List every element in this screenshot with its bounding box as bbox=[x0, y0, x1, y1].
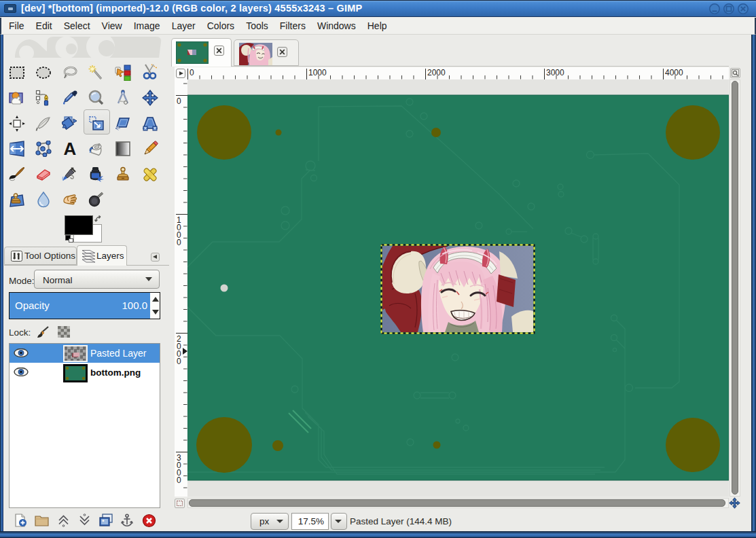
svg-text:0: 0 bbox=[177, 476, 181, 485]
svg-text:A: A bbox=[64, 141, 77, 157]
svg-text:0: 0 bbox=[177, 96, 181, 106]
svg-text:4000: 4000 bbox=[665, 68, 683, 77]
svg-text:3000: 3000 bbox=[546, 68, 564, 77]
svg-text:0: 0 bbox=[177, 238, 181, 247]
svg-text:1000: 1000 bbox=[308, 68, 327, 77]
svg-text:0: 0 bbox=[177, 357, 181, 366]
svg-text:2000: 2000 bbox=[427, 68, 446, 77]
svg-text:0: 0 bbox=[190, 68, 194, 77]
